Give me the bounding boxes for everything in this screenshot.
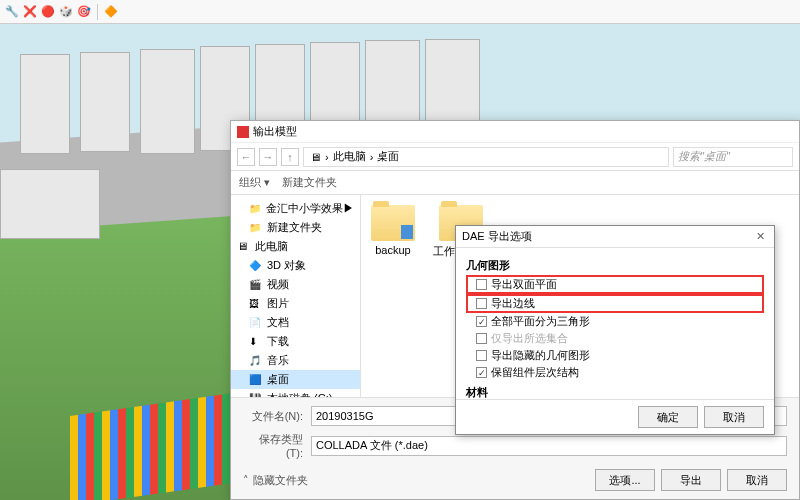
export-dialog-titlebar[interactable]: 输出模型	[231, 121, 799, 143]
option-label: 导出隐藏的几何图形	[491, 348, 590, 363]
cancel-button[interactable]: 取消	[727, 469, 787, 491]
tree-item-label: 文档	[267, 315, 289, 330]
option-label: 导出边线	[491, 296, 535, 311]
option-group-label: 材料	[466, 385, 764, 399]
export-navbar: ← → ↑ › 此电脑 › 桌面 搜索"桌面"	[231, 143, 799, 171]
tree-item-label: 视频	[267, 277, 289, 292]
fold-icon	[249, 202, 262, 216]
fold-icon	[249, 221, 263, 235]
tree-item[interactable]: 桌面	[231, 370, 360, 389]
option-label: 全部平面分为三角形	[491, 314, 590, 329]
organize-button[interactable]: 组织 ▾	[239, 175, 270, 190]
dae-options-dialog: DAE 导出选项 ✕ 几何图形导出双面平面导出边线全部平面分为三角形仅导出所选集…	[455, 225, 775, 435]
filename-label: 文件名(N):	[243, 409, 303, 424]
tree-item[interactable]: 文档	[231, 313, 360, 332]
nav-back-icon[interactable]: ←	[237, 148, 255, 166]
folder-icon	[371, 205, 415, 241]
tree-item[interactable]: 音乐	[231, 351, 360, 370]
tree-item[interactable]: 本地磁盘 (C:)	[231, 389, 360, 397]
tool-3[interactable]: 🔴	[40, 4, 56, 20]
folder-item[interactable]: backup	[371, 205, 415, 256]
option-label: 保留组件层次结构	[491, 365, 579, 380]
tree-item[interactable]: 新建文件夹	[231, 218, 360, 237]
options-button[interactable]: 选项...	[595, 469, 655, 491]
option-row[interactable]: 全部平面分为三角形	[466, 313, 764, 330]
ok-button[interactable]: 确定	[638, 406, 698, 428]
folder-label: backup	[375, 244, 410, 256]
filetype-label: 保存类型(T):	[243, 432, 303, 459]
export-toolbar: 组织 ▾ 新建文件夹	[231, 171, 799, 195]
options-body: 几何图形导出双面平面导出边线全部平面分为三角形仅导出所选集合导出隐藏的几何图形保…	[456, 248, 774, 399]
option-row[interactable]: 导出隐藏的几何图形	[466, 347, 764, 364]
options-cancel-button[interactable]: 取消	[704, 406, 764, 428]
tree-item-label: 此电脑	[255, 239, 288, 254]
close-icon[interactable]: ✕	[752, 229, 768, 245]
tree-item-label: 3D 对象	[267, 258, 306, 273]
hide-folders-toggle[interactable]: ˄ 隐藏文件夹	[243, 473, 308, 488]
tool-6[interactable]: 🔶	[103, 4, 119, 20]
checkbox-icon[interactable]	[476, 367, 487, 378]
pc-icon	[237, 240, 251, 254]
nav-fwd-icon[interactable]: →	[259, 148, 277, 166]
main-toolbar: 🔧 ❌ 🔴 🎲 🎯 🔶	[0, 0, 800, 24]
chevron-up-icon: ˄	[243, 474, 249, 487]
option-label: 仅导出所选集合	[491, 331, 568, 346]
dsk-icon	[249, 373, 263, 387]
tree-item-label: 音乐	[267, 353, 289, 368]
folder-tree[interactable]: 金汇中小学效果▶新建文件夹此电脑3D 对象视频图片文档下载音乐桌面本地磁盘 (C…	[231, 195, 361, 397]
breadcrumb-root[interactable]: 此电脑	[333, 149, 366, 164]
tree-item[interactable]: 金汇中小学效果▶	[231, 199, 360, 218]
filetype-field[interactable]: COLLADA 文件 (*.dae)	[311, 436, 787, 456]
option-row[interactable]: 保留组件层次结构	[466, 364, 764, 381]
new-folder-button[interactable]: 新建文件夹	[282, 175, 337, 190]
tree-item[interactable]: 此电脑	[231, 237, 360, 256]
pic-icon	[249, 297, 263, 311]
tool-1[interactable]: 🔧	[4, 4, 20, 20]
checkbox-icon[interactable]	[476, 350, 487, 361]
vid-icon	[249, 278, 263, 292]
tree-item-label: 下载	[267, 334, 289, 349]
tool-4[interactable]: 🎲	[58, 4, 74, 20]
option-row[interactable]: 导出边线	[466, 294, 764, 313]
option-group-label: 几何图形	[466, 258, 764, 273]
options-title: DAE 导出选项	[462, 229, 532, 244]
tree-item-label: 金汇中小学效果▶	[266, 201, 354, 216]
checkbox-icon[interactable]	[476, 279, 487, 290]
tree-item[interactable]: 3D 对象	[231, 256, 360, 275]
breadcrumb-current[interactable]: 桌面	[377, 149, 399, 164]
tool-2[interactable]: ❌	[22, 4, 38, 20]
checkbox-icon[interactable]	[476, 298, 487, 309]
options-titlebar[interactable]: DAE 导出选项 ✕	[456, 226, 774, 248]
tree-item-label: 图片	[267, 296, 289, 311]
option-row: 仅导出所选集合	[466, 330, 764, 347]
tree-item[interactable]: 视频	[231, 275, 360, 294]
tree-item[interactable]: 下载	[231, 332, 360, 351]
app-icon	[237, 126, 249, 138]
mus-icon	[249, 354, 263, 368]
breadcrumb[interactable]: › 此电脑 › 桌面	[303, 147, 669, 167]
export-button[interactable]: 导出	[661, 469, 721, 491]
export-dialog-title: 输出模型	[253, 124, 297, 139]
toolbar-divider	[97, 4, 98, 20]
tool-5[interactable]: 🎯	[76, 4, 92, 20]
nav-up-icon[interactable]: ↑	[281, 148, 299, 166]
search-input[interactable]: 搜索"桌面"	[673, 147, 793, 167]
checkbox-icon	[476, 333, 487, 344]
tree-item-label: 新建文件夹	[267, 220, 322, 235]
dl-icon	[249, 335, 263, 349]
3d-icon	[249, 259, 263, 273]
option-row[interactable]: 导出双面平面	[466, 275, 764, 294]
tree-item[interactable]: 图片	[231, 294, 360, 313]
tree-item-label: 桌面	[267, 372, 289, 387]
doc-icon	[249, 316, 263, 330]
option-label: 导出双面平面	[491, 277, 557, 292]
pc-icon	[310, 151, 321, 163]
checkbox-icon[interactable]	[476, 316, 487, 327]
